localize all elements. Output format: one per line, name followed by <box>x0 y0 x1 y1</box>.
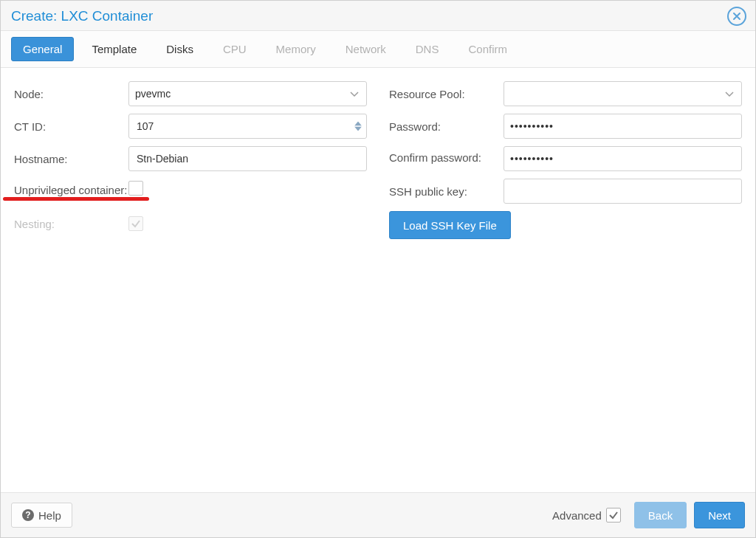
annotation-underline <box>3 197 149 201</box>
ssh-public-key-label: SSH public key: <box>389 185 504 198</box>
nesting-label: Nesting: <box>14 218 128 230</box>
ssh-public-key-field[interactable] <box>504 179 742 204</box>
hostname-input[interactable] <box>135 146 360 171</box>
unprivileged-checkbox[interactable] <box>128 181 143 196</box>
help-icon: ? <box>22 509 34 521</box>
node-label: Node: <box>14 88 128 100</box>
hostname-field[interactable] <box>128 146 367 171</box>
ctid-spinner[interactable] <box>128 114 367 139</box>
tab-network: Network <box>334 37 398 61</box>
password-label: Password: <box>389 120 504 133</box>
node-select[interactable]: pvevmc <box>128 81 367 106</box>
confirm-password-value: •••••••••• <box>510 153 554 165</box>
close-icon <box>732 12 741 21</box>
spinner-arrows-icon[interactable] <box>354 122 362 131</box>
hostname-label: Hostname: <box>14 153 128 165</box>
ssh-public-key-input[interactable] <box>510 179 735 204</box>
password-field[interactable]: •••••••••• <box>504 114 742 139</box>
left-column: Node: pvevmc CT ID: <box>14 81 367 492</box>
resource-pool-label: Resource Pool: <box>389 88 504 100</box>
row-confirm-password: Confirm password: •••••••••• <box>389 146 742 171</box>
row-ssh-public-key: SSH public key: <box>389 179 742 204</box>
chevron-down-icon <box>350 88 359 100</box>
password-value: •••••••••• <box>510 120 554 132</box>
back-button[interactable]: Back <box>634 502 687 528</box>
titlebar: Create: LXC Container <box>1 1 755 31</box>
node-value: pvevmc <box>135 88 171 100</box>
ctid-label: CT ID: <box>14 120 128 133</box>
tab-memory: Memory <box>264 37 328 61</box>
tab-confirm: Confirm <box>456 37 519 61</box>
tab-cpu: CPU <box>211 37 258 61</box>
unprivileged-label: Unprivileged container: <box>14 179 128 198</box>
wizard-tabs: General Template Disks CPU Memory Networ… <box>1 31 755 68</box>
tab-general[interactable]: General <box>11 37 74 61</box>
confirm-password-label: Confirm password: <box>389 146 504 165</box>
row-password: Password: •••••••••• <box>389 114 742 139</box>
advanced-label: Advanced <box>552 509 602 522</box>
tab-disks[interactable]: Disks <box>154 37 205 61</box>
next-button[interactable]: Next <box>694 502 745 528</box>
tab-template[interactable]: Template <box>80 37 148 61</box>
row-nesting: Nesting: <box>14 211 367 236</box>
nesting-checkbox <box>128 216 143 231</box>
advanced-checkbox[interactable] <box>606 508 621 523</box>
help-label: Help <box>38 509 61 522</box>
row-hostname: Hostname: <box>14 146 367 171</box>
help-button[interactable]: ? Help <box>11 503 72 528</box>
create-lxc-dialog: Create: LXC Container General Template D… <box>0 0 756 538</box>
close-button[interactable] <box>727 7 746 26</box>
chevron-down-icon <box>725 88 734 100</box>
row-resource-pool: Resource Pool: <box>389 81 742 106</box>
confirm-password-field[interactable]: •••••••••• <box>504 146 742 171</box>
dialog-title: Create: LXC Container <box>11 8 727 24</box>
row-load-ssh: Load SSH Key File <box>389 211 742 239</box>
load-ssh-key-button[interactable]: Load SSH Key File <box>389 211 511 239</box>
resource-pool-select[interactable] <box>504 81 742 106</box>
dialog-footer: ? Help Advanced Back Next <box>1 492 755 537</box>
ctid-input[interactable] <box>135 114 360 139</box>
form-body: Node: pvevmc CT ID: <box>1 68 755 492</box>
row-node: Node: pvevmc <box>14 81 367 106</box>
tab-dns: DNS <box>404 37 451 61</box>
right-column: Resource Pool: Password: •••••••••• <box>389 81 742 492</box>
row-ctid: CT ID: <box>14 114 367 139</box>
